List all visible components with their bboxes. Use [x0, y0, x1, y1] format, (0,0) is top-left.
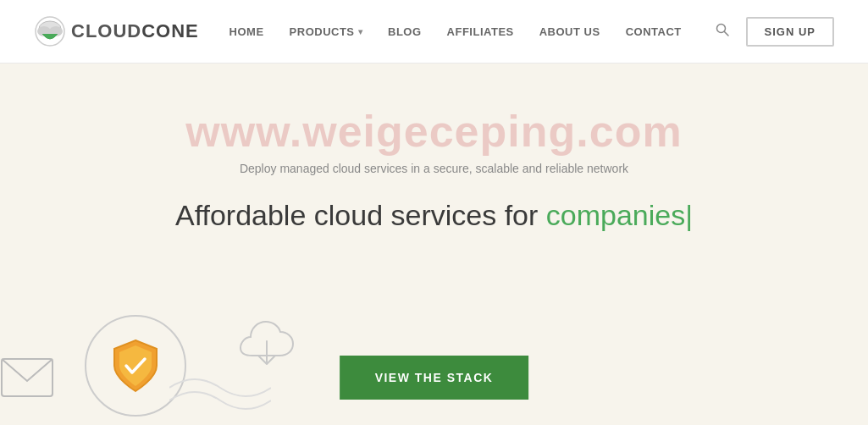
watermark-text: www.weigeceping.com — [185, 106, 682, 157]
search-button[interactable] — [712, 19, 733, 43]
nav-contact[interactable]: CONTACT — [626, 25, 682, 38]
tagline-start: Affordable cloud services for — [175, 199, 546, 231]
nav-affiliates[interactable]: AFFILIATES — [447, 25, 514, 38]
nav-blog[interactable]: BLOG — [388, 25, 422, 38]
chevron-down-icon: ▾ — [358, 27, 363, 36]
svg-line-5 — [724, 32, 728, 36]
tagline-cursor: | — [685, 199, 693, 231]
logo-icon — [34, 15, 66, 47]
cta-button[interactable]: VIEW THE STACK — [340, 356, 529, 400]
hero-section: www.weigeceping.com Deploy managed cloud… — [0, 63, 868, 425]
tagline-highlight: companies — [546, 199, 685, 231]
hero-subtitle: Deploy managed cloud services in a secur… — [240, 162, 628, 175]
shield-icon — [111, 339, 160, 393]
signup-button[interactable]: SIGN UP — [746, 17, 834, 47]
decorative-waves — [169, 354, 271, 425]
search-icon — [716, 23, 729, 36]
nav-right: SIGN UP — [712, 17, 834, 47]
hero-tagline: Affordable cloud services for companies| — [175, 199, 693, 232]
site-header: CLOUDCONE HOME PRODUCTS ▾ BLOG AFFILIATE… — [0, 0, 868, 63]
logo[interactable]: CLOUDCONE — [34, 15, 199, 47]
main-nav: HOME PRODUCTS ▾ BLOG AFFILIATES ABOUT US… — [229, 25, 682, 38]
email-icon — [0, 357, 55, 400]
nav-home[interactable]: HOME — [229, 25, 264, 38]
nav-products[interactable]: PRODUCTS ▾ — [290, 25, 362, 38]
email-icon-wrap — [0, 357, 55, 400]
hero-content: www.weigeceping.com Deploy managed cloud… — [0, 63, 868, 266]
logo-text: CLOUDCONE — [71, 20, 199, 42]
nav-about[interactable]: ABOUT US — [539, 25, 600, 38]
